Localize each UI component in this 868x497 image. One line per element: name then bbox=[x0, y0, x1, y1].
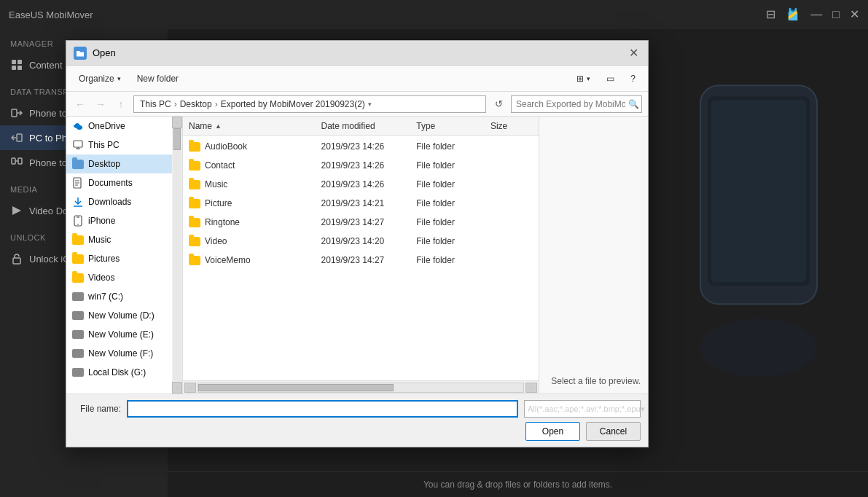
table-row[interactable]: Music 2019/9/23 14:26 File folder bbox=[183, 175, 539, 194]
layout-button[interactable]: ▭ bbox=[600, 71, 621, 87]
videos-folder-icon bbox=[72, 272, 84, 283]
this-pc-icon bbox=[72, 139, 84, 151]
panel-item-local-g[interactable]: Local Disk (G:) bbox=[66, 363, 172, 382]
hscroll-track bbox=[198, 383, 524, 393]
path-part-thispc: This PC bbox=[140, 99, 171, 109]
view-options-button[interactable]: ⊞ ▾ bbox=[570, 71, 597, 87]
search-input[interactable] bbox=[516, 99, 625, 109]
dialog-body: OneDrive This PC bbox=[66, 117, 648, 394]
file-name: VoiceMemo bbox=[205, 255, 251, 265]
col-header-date[interactable]: Date modified bbox=[321, 121, 417, 131]
panel-item-iphone[interactable]: iPhone bbox=[66, 211, 172, 230]
col-header-type[interactable]: Type bbox=[416, 121, 490, 131]
back-button[interactable]: ← bbox=[72, 96, 88, 112]
win7-label: win7 (C:) bbox=[88, 291, 123, 302]
organize-arrow: ▾ bbox=[117, 75, 121, 82]
col-type-label: Type bbox=[416, 121, 435, 131]
organize-button[interactable]: Organize ▾ bbox=[72, 71, 128, 87]
folder-icon bbox=[189, 256, 200, 265]
panel-item-this-pc[interactable]: This PC bbox=[66, 136, 172, 154]
folder-icon bbox=[189, 237, 200, 246]
panel-item-vol-f[interactable]: New Volume (F:) bbox=[66, 344, 172, 363]
file-list-header: Name ▲ Date modified Type Size bbox=[183, 117, 539, 136]
address-path[interactable]: This PC › Desktop › Exported by MobiMove… bbox=[133, 95, 486, 113]
file-type: File folder bbox=[416, 179, 490, 189]
file-type: File folder bbox=[416, 160, 490, 171]
table-row[interactable]: Ringtone 2019/9/23 14:27 File folder bbox=[183, 213, 539, 232]
col-header-name[interactable]: Name ▲ bbox=[189, 121, 321, 131]
file-name: Ringtone bbox=[205, 217, 240, 227]
panel-item-vol-d[interactable]: New Volume (D:) bbox=[66, 306, 172, 325]
filename-row: File name: All(*.aac;*.ape;*.avi;*.bmp;*… bbox=[74, 400, 641, 418]
filename-input[interactable] bbox=[127, 400, 518, 418]
col-header-size[interactable]: Size bbox=[490, 121, 533, 131]
scroll-thumb[interactable] bbox=[173, 128, 181, 150]
folder-icon bbox=[189, 180, 200, 189]
panel-item-downloads[interactable]: Downloads bbox=[66, 192, 172, 211]
cancel-label: Cancel bbox=[600, 426, 627, 437]
onedrive-icon bbox=[72, 120, 84, 132]
panel-item-vol-e[interactable]: New Volume (E:) bbox=[66, 325, 172, 344]
file-date: 2019/9/23 14:27 bbox=[321, 217, 417, 227]
panel-item-videos[interactable]: Videos bbox=[66, 268, 172, 287]
table-row[interactable]: Video 2019/9/23 14:20 File folder bbox=[183, 232, 539, 251]
hscroll-right-btn[interactable]: ► bbox=[525, 383, 537, 393]
dialog-bottom: File name: All(*.aac;*.ape;*.avi;*.bmp;*… bbox=[66, 394, 648, 447]
panel-item-desktop[interactable]: Desktop bbox=[66, 154, 172, 173]
filetype-select[interactable]: All(*.aac;*.ape;*.avi;*.bmp;*.epu ▾ bbox=[524, 400, 641, 418]
folder-icon bbox=[189, 142, 200, 152]
col-date-label: Date modified bbox=[321, 121, 375, 131]
forward-button[interactable]: → bbox=[93, 96, 109, 112]
file-date: 2019/9/23 14:26 bbox=[321, 179, 417, 189]
table-row[interactable]: VoiceMemo 2019/9/23 14:27 File folder bbox=[183, 251, 539, 270]
open-button[interactable]: Open bbox=[525, 422, 580, 441]
up-button[interactable]: ↑ bbox=[113, 96, 129, 112]
dialog-actions: Open Cancel bbox=[74, 422, 641, 441]
search-icon: 🔍 bbox=[628, 99, 639, 109]
folder-icon bbox=[189, 218, 200, 227]
layout-icon: ▭ bbox=[606, 74, 614, 84]
folder-icon bbox=[189, 161, 200, 171]
file-name: Picture bbox=[205, 198, 232, 208]
panel-item-onedrive[interactable]: OneDrive bbox=[66, 117, 172, 136]
file-name: Contact bbox=[205, 160, 235, 171]
vol-e-label: New Volume (E:) bbox=[88, 329, 154, 340]
drive-d-icon bbox=[72, 310, 84, 321]
panel-item-pictures[interactable]: Pictures bbox=[66, 249, 172, 268]
new-folder-label: New folder bbox=[137, 74, 179, 84]
sort-arrow: ▲ bbox=[215, 122, 222, 130]
file-date: 2019/9/23 14:26 bbox=[321, 160, 417, 171]
path-part-desktop: Desktop bbox=[180, 99, 212, 109]
left-panel-scrollbar[interactable]: ▲ ▼ bbox=[172, 117, 182, 394]
dialog-close-button[interactable]: ✕ bbox=[626, 46, 641, 60]
cancel-button[interactable]: Cancel bbox=[586, 422, 641, 441]
file-list-panel: Name ▲ Date modified Type Size bbox=[183, 117, 539, 394]
hscroll-thumb[interactable] bbox=[198, 384, 394, 391]
scroll-up-btn[interactable]: ▲ bbox=[172, 117, 182, 128]
panel-item-win7[interactable]: win7 (C:) bbox=[66, 287, 172, 306]
sep2: › bbox=[215, 99, 218, 109]
file-date: 2019/9/23 14:27 bbox=[321, 255, 417, 265]
horizontal-scrollbar[interactable]: ◄ ► bbox=[183, 380, 539, 394]
scroll-down-btn[interactable]: ▼ bbox=[172, 382, 182, 394]
file-name: Music bbox=[205, 179, 227, 189]
iphone-icon bbox=[72, 215, 84, 227]
drive-e-icon bbox=[72, 329, 84, 340]
dialog-overlay: Open ✕ Organize ▾ New folder ⊞ ▾ ▭ ? bbox=[0, 0, 868, 497]
path-dropdown-arrow: ▾ bbox=[368, 101, 372, 108]
panel-item-music[interactable]: Music bbox=[66, 230, 172, 249]
table-row[interactable]: Contact 2019/9/23 14:26 File folder bbox=[183, 156, 539, 175]
local-g-label: Local Disk (G:) bbox=[88, 367, 146, 377]
help-button[interactable]: ? bbox=[624, 71, 642, 87]
file-date: 2019/9/23 14:26 bbox=[321, 141, 417, 152]
panel-item-documents[interactable]: Documents bbox=[66, 173, 172, 192]
hscroll-left-btn[interactable]: ◄ bbox=[184, 383, 196, 393]
table-row[interactable]: AudioBook 2019/9/23 14:26 File folder bbox=[183, 137, 539, 156]
table-row[interactable]: Picture 2019/9/23 14:21 File folder bbox=[183, 194, 539, 213]
music-label: Music bbox=[88, 235, 111, 245]
new-folder-button[interactable]: New folder bbox=[130, 71, 185, 87]
file-type: File folder bbox=[416, 236, 490, 246]
file-type: File folder bbox=[416, 141, 490, 152]
refresh-button[interactable]: ↺ bbox=[490, 96, 507, 112]
iphone-label: iPhone bbox=[88, 216, 115, 226]
